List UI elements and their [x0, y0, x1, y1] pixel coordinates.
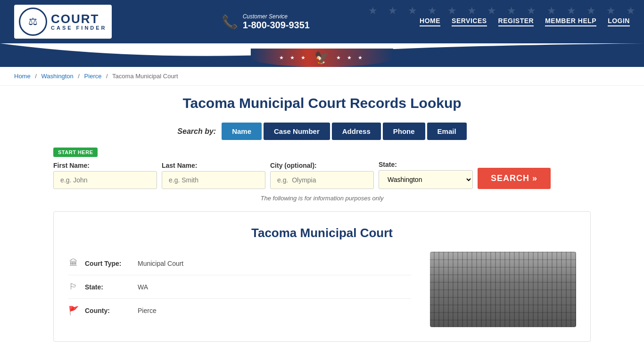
breadcrumb-washington[interactable]: Washington: [41, 73, 74, 80]
phone-icon: 📞: [222, 14, 238, 30]
search-tabs: Search by: Name Case Number Address Phon…: [53, 123, 591, 140]
state-field: State: AlabamaAlaskaArizonaArkansasCalif…: [379, 161, 473, 189]
breadcrumb-pierce[interactable]: Pierce: [84, 73, 102, 80]
tab-phone[interactable]: Phone: [383, 123, 425, 140]
state-label-row: State:: [85, 283, 132, 291]
table-row: 🏳 State: WA: [68, 275, 411, 299]
start-here-badge: START HERE: [53, 148, 591, 161]
tab-case-number[interactable]: Case Number: [264, 123, 330, 140]
scale-icon: ⚖: [28, 16, 38, 28]
main-nav: HOME SERVICES REGISTER MEMBER HELP LOGIN: [420, 17, 630, 26]
stars-left: ★ ★ ★: [279, 55, 308, 61]
court-type-icon: 🏛: [68, 258, 79, 268]
logo-case-finder-label: CASE FINDER: [51, 25, 107, 31]
logo-icon: ⚖: [19, 8, 47, 36]
first-name-label: First Name:: [53, 162, 157, 169]
court-info-card: Tacoma Municipal Court 🏛 Court Type: Mun…: [53, 211, 591, 342]
state-label: State:: [379, 161, 473, 168]
county-value: Pierce: [138, 307, 157, 314]
table-row: 🚩 County: Pierce: [68, 299, 411, 322]
last-name-label: Last Name:: [162, 162, 265, 169]
state-value: WA: [138, 283, 148, 291]
logo-area: ⚖ COURT CASE FINDER: [14, 5, 112, 39]
tab-address[interactable]: Address: [332, 123, 381, 140]
tab-email[interactable]: Email: [427, 123, 467, 140]
page-title: Tacoma Municipal Court Records Lookup: [53, 95, 591, 111]
nav-register[interactable]: REGISTER: [498, 17, 534, 26]
county-icon: 🚩: [68, 305, 79, 316]
eagle-banner: ★ ★ ★ 🦅 ★ ★ ★: [251, 49, 393, 67]
customer-service: 📞 Customer Service 1-800-309-9351: [222, 13, 310, 31]
logo-box: ⚖ COURT CASE FINDER: [14, 5, 112, 39]
court-info-table: 🏛 Court Type: Municipal Court 🏳 State: W…: [68, 252, 411, 327]
tab-name[interactable]: Name: [222, 123, 262, 140]
main-content: Tacoma Municipal Court Records Lookup Se…: [39, 86, 605, 351]
cs-label: Customer Service: [243, 13, 310, 20]
nav-login[interactable]: LOGIN: [608, 17, 630, 26]
first-name-field: First Name:: [53, 162, 157, 189]
nav-member-help[interactable]: MEMBER HELP: [545, 17, 596, 26]
nav-home[interactable]: HOME: [420, 17, 440, 26]
court-type-value: Municipal Court: [138, 260, 183, 267]
nav-services[interactable]: SERVICES: [452, 17, 487, 26]
court-details: 🏛 Court Type: Municipal Court 🏳 State: W…: [68, 252, 576, 327]
breadcrumb-home[interactable]: Home: [14, 73, 31, 80]
logo-court-label: COURT: [51, 13, 107, 25]
search-form: First Name: Last Name: City (optional): …: [53, 161, 591, 189]
breadcrumb-current: Tacoma Municipal Court: [112, 73, 178, 80]
county-label: County:: [85, 307, 132, 314]
court-type-label: Court Type:: [85, 260, 132, 267]
first-name-input[interactable]: [53, 171, 157, 189]
state-icon: 🏳: [68, 282, 79, 292]
eagle-icon: 🦅: [314, 50, 330, 65]
search-by-label: Search by:: [177, 127, 216, 136]
last-name-field: Last Name:: [162, 162, 265, 189]
logo-text: COURT CASE FINDER: [51, 13, 107, 31]
cs-phone: 1-800-309-9351: [243, 20, 310, 31]
city-input[interactable]: [270, 171, 374, 189]
last-name-input[interactable]: [162, 171, 265, 189]
info-note: The following is for information purpose…: [53, 195, 591, 202]
city-label: City (optional):: [270, 162, 374, 169]
court-image: [430, 252, 576, 327]
stars-right: ★ ★ ★: [336, 55, 365, 61]
breadcrumb: Home / Washington / Pierce / Tacoma Muni…: [0, 67, 644, 86]
cs-info: Customer Service 1-800-309-9351: [243, 13, 310, 31]
city-field: City (optional):: [270, 162, 374, 189]
site-header: ⚖ COURT CASE FINDER 📞 Customer Service 1…: [0, 0, 644, 43]
state-select[interactable]: AlabamaAlaskaArizonaArkansasCaliforniaCo…: [379, 170, 473, 189]
search-button[interactable]: SEARCH »: [478, 168, 551, 189]
table-row: 🏛 Court Type: Municipal Court: [68, 252, 411, 275]
court-card-title: Tacoma Municipal Court: [68, 226, 576, 240]
